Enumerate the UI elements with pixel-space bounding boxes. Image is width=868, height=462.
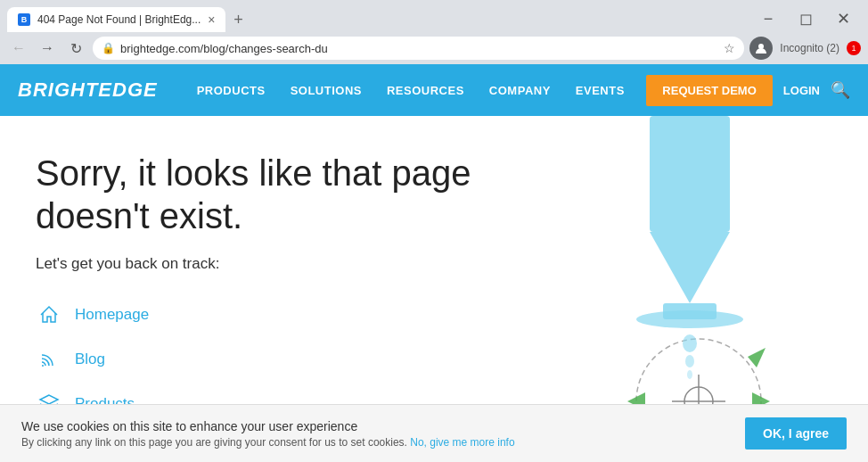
nav-solutions[interactable]: SOLUTIONS xyxy=(278,64,374,116)
svg-point-6 xyxy=(636,310,743,328)
request-demo-button[interactable]: REQUEST DEMO xyxy=(646,75,772,106)
address-bar-row: ← → ↻ 🔒 brightedge.com/blog/changes-sear… xyxy=(0,32,868,64)
home-icon xyxy=(36,301,62,328)
rss-icon xyxy=(36,346,62,373)
svg-marker-13 xyxy=(748,348,766,367)
logo[interactable]: BRIGHTEDGE xyxy=(18,78,158,102)
refresh-button[interactable]: ↻ xyxy=(64,37,87,60)
profile-button[interactable] xyxy=(749,37,773,60)
login-button[interactable]: LOGIN xyxy=(783,84,820,97)
search-icon[interactable]: 🔍 xyxy=(831,80,850,100)
close-window-button[interactable]: ✕ xyxy=(825,5,861,32)
svg-point-1 xyxy=(42,365,44,367)
back-button[interactable]: ← xyxy=(7,37,30,60)
active-tab[interactable]: B 404 Page Not Found | BrightEdg... × xyxy=(7,7,225,32)
svg-marker-4 xyxy=(650,232,730,303)
incognito-label: Incognito (2) xyxy=(780,42,839,54)
nav-resources[interactable]: RESOURCES xyxy=(374,64,477,116)
address-bar[interactable]: 🔒 brightedge.com/blog/changes-search-du … xyxy=(93,37,744,60)
minimize-button[interactable]: − xyxy=(750,5,786,32)
tab-bar: B 404 Page Not Found | BrightEdg... × + … xyxy=(0,0,868,32)
bookmark-icon[interactable]: ☆ xyxy=(724,41,735,55)
cookie-banner: We use cookies on this site to enhance y… xyxy=(0,404,868,462)
tab-title: 404 Page Not Found | BrightEdg... xyxy=(37,13,201,26)
svg-point-15 xyxy=(685,355,694,367)
tab-close-button[interactable]: × xyxy=(208,12,215,27)
lock-icon: 🔒 xyxy=(102,42,115,54)
address-bar-actions: Incognito (2) 1 xyxy=(749,37,861,60)
tab-favicon: B xyxy=(18,13,30,26)
cookie-more-info-link[interactable]: No, give me more info xyxy=(410,436,514,449)
notification-badge: 1 xyxy=(847,41,861,55)
error-title: Sorry, it looks like that page doesn't e… xyxy=(36,152,535,237)
cookie-title: We use cookies on this site to enhance y… xyxy=(21,419,727,433)
homepage-link[interactable]: Homepage xyxy=(75,306,149,324)
list-item-homepage[interactable]: Homepage xyxy=(36,294,535,335)
forward-button[interactable]: → xyxy=(36,37,59,60)
page-wrapper: BRIGHTEDGE PRODUCTS SOLUTIONS RESOURCES … xyxy=(0,64,868,462)
cookie-desc: By clicking any link on this page you ar… xyxy=(21,436,727,449)
url-text: brightedge.com/blog/changes-search-du xyxy=(120,42,718,55)
right-illustration xyxy=(512,107,868,446)
list-item-blog[interactable]: Blog xyxy=(36,339,535,380)
cookie-agree-button[interactable]: OK, I agree xyxy=(745,417,847,450)
maximize-button[interactable]: ◻ xyxy=(788,5,823,32)
back-on-track-text: Let's get you back on track: xyxy=(36,255,535,273)
nav-actions: REQUEST DEMO LOGIN 🔍 xyxy=(646,75,850,106)
svg-rect-3 xyxy=(650,116,730,232)
svg-point-14 xyxy=(683,334,697,352)
nav-products[interactable]: PRODUCTS xyxy=(184,64,278,116)
new-tab-button[interactable]: + xyxy=(225,7,250,32)
blog-link[interactable]: Blog xyxy=(75,351,105,368)
cookie-text-block: We use cookies on this site to enhance y… xyxy=(21,419,727,449)
svg-point-16 xyxy=(687,370,692,379)
